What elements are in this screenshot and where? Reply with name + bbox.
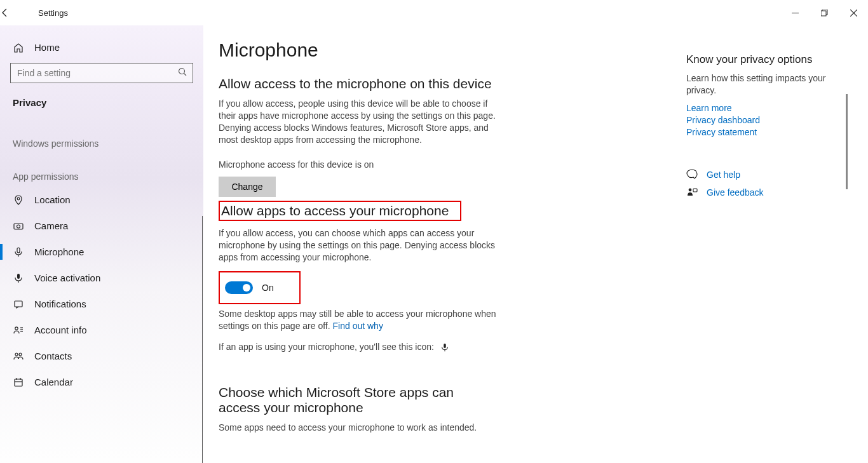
svg-rect-8: [17, 248, 20, 253]
svg-point-17: [15, 353, 18, 356]
sidebar-item-label: Voice activation: [34, 272, 100, 283]
search-input[interactable]: [10, 63, 193, 83]
sidebar-item-account-info[interactable]: Account info: [10, 317, 193, 343]
help-label: Get help: [707, 170, 740, 180]
link-privacy-statement[interactable]: Privacy statement: [686, 127, 851, 137]
search-box: [10, 63, 193, 83]
app-access-toggle-container: On: [219, 271, 301, 304]
svg-point-25: [689, 188, 692, 191]
nav-home-label: Home: [34, 42, 60, 53]
calendar-icon: [13, 377, 24, 387]
svg-rect-2: [821, 11, 826, 16]
svg-line-4: [184, 74, 187, 76]
right-heading: Know your privacy options: [686, 53, 851, 66]
svg-rect-10: [17, 274, 20, 279]
sidebar-item-label: Contacts: [34, 351, 72, 361]
device-access-status: Microphone access for this device is on: [219, 159, 498, 171]
sidebar-item-location[interactable]: Location: [10, 187, 193, 213]
find-out-why-link[interactable]: Find out why: [333, 321, 383, 331]
svg-rect-6: [14, 224, 23, 229]
svg-point-7: [17, 225, 20, 228]
sidebar-item-label: Account info: [34, 325, 87, 335]
sidebar-item-contacts[interactable]: Contacts: [10, 343, 193, 369]
sidebar-item-label: Camera: [34, 220, 68, 231]
help-icon: [686, 169, 698, 180]
feedback-row[interactable]: Give feedback: [686, 187, 851, 198]
right-scrollbar[interactable]: [846, 94, 848, 189]
svg-rect-23: [444, 344, 446, 348]
sidebar-item-label: Microphone: [34, 246, 84, 257]
sidebar-section-app-permissions[interactable]: App permissions: [10, 166, 193, 187]
voice-icon: [13, 273, 24, 283]
section-app-access-title: Allow apps to access your microphone: [219, 201, 461, 221]
sidebar-item-label: Calendar: [34, 377, 73, 387]
app-access-toggle-state: On: [262, 283, 274, 293]
svg-point-5: [17, 198, 20, 200]
app-access-toggle[interactable]: [225, 281, 253, 294]
main-content: Microphone Allow access to the microphon…: [203, 25, 686, 463]
minimize-button[interactable]: [780, 0, 810, 25]
sidebar-item-microphone[interactable]: Microphone: [10, 239, 193, 265]
sidebar-item-notifications[interactable]: Notifications: [10, 291, 193, 317]
section-device-access-body: If you allow access, people using this d…: [219, 98, 498, 146]
right-body: Learn how this setting impacts your priv…: [686, 72, 826, 97]
section-device-access-title: Allow access to the microphone on this d…: [219, 76, 671, 91]
help-row[interactable]: Get help: [686, 169, 851, 180]
section-store-apps-title: Choose which Microsoft Store apps can ac…: [219, 385, 492, 415]
notifications-icon: [13, 299, 24, 309]
window-title: Settings: [31, 8, 68, 18]
microphone-status-icon: [437, 343, 449, 352]
feedback-label: Give feedback: [707, 187, 764, 198]
svg-point-13: [15, 326, 18, 329]
mic-in-use-note: If an app is using your microphone, you'…: [219, 341, 498, 353]
sidebar-section-windows-permissions[interactable]: Windows permissions: [10, 133, 193, 154]
sidebar-heading: Privacy: [10, 97, 193, 108]
desktop-apps-note: Some desktop apps may still be able to a…: [219, 308, 498, 332]
sidebar-item-label: Location: [34, 194, 71, 205]
sidebar-item-camera[interactable]: Camera: [10, 213, 193, 239]
contacts-icon: [13, 351, 24, 361]
sidebar-item-voice-activation[interactable]: Voice activation: [10, 265, 193, 291]
close-button[interactable]: [839, 0, 868, 25]
account-info-icon: [13, 325, 24, 335]
search-icon: [178, 67, 187, 76]
sidebar-list: Location Camera Microphone Voice activat…: [10, 187, 193, 395]
svg-rect-19: [15, 379, 22, 386]
change-button[interactable]: Change: [219, 177, 276, 197]
sidebar-divider: [202, 216, 203, 463]
svg-point-3: [179, 69, 185, 74]
sidebar-item-label: Notifications: [34, 299, 86, 309]
link-privacy-dashboard[interactable]: Privacy dashboard: [686, 115, 851, 125]
microphone-icon: [13, 247, 24, 257]
svg-rect-26: [693, 189, 697, 192]
svg-rect-12: [15, 301, 22, 307]
feedback-icon: [686, 187, 698, 198]
camera-icon: [13, 221, 24, 231]
back-button[interactable]: [0, 8, 31, 18]
home-icon: [13, 43, 24, 53]
right-panel: Know your privacy options Learn how this…: [686, 25, 864, 463]
section-app-access-body: If you allow access, you can choose whic…: [219, 227, 498, 264]
section-store-apps-body: Some apps need to access your microphone…: [219, 422, 498, 434]
svg-point-18: [19, 353, 22, 356]
title-bar: Settings: [0, 0, 868, 25]
maximize-button[interactable]: [810, 0, 839, 25]
page-title: Microphone: [219, 39, 671, 61]
location-icon: [13, 195, 24, 205]
sidebar-item-calendar[interactable]: Calendar: [10, 369, 193, 395]
sidebar: Home Privacy Windows permissions App per…: [0, 25, 203, 463]
nav-home[interactable]: Home: [10, 37, 193, 63]
link-learn-more[interactable]: Learn more: [686, 103, 851, 113]
